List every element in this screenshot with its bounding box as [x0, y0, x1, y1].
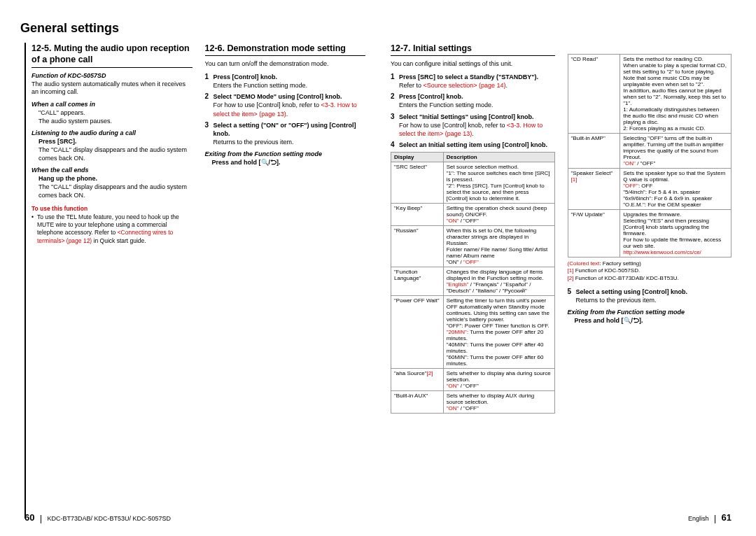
function-of-label: Function of KDC-5057SD [31, 72, 192, 79]
right-page: 12-7. Initial settings You can configure… [378, 43, 732, 519]
table-row: "Russian"When this is set to ON, the fol… [391, 226, 555, 267]
column-12-7-right: "CD Read"Sets the method for reading CD.… [568, 43, 732, 519]
section-12-5-title: 12-5. Muting the audio upon reception of… [31, 43, 192, 68]
table-row: "Built-in AMP"Selecting "OFF" turns off … [568, 134, 732, 169]
section-12-6-title: 12-6. Demonstration mode setting [205, 43, 366, 56]
table-row: "Speaker Select"[1]Sets the speaker type… [568, 169, 732, 210]
step-5: 5 Select a setting using [Control] knob.… [568, 288, 732, 304]
search-icon: 🔍 [261, 159, 269, 166]
table-row: "Power OFF Wait"Setting the timer to tur… [391, 296, 555, 369]
step-1: 1 Press [SRC] to select a Standby ("STAN… [391, 73, 555, 90]
when-end-body: Hang up the phone. The "CALL" display di… [31, 175, 192, 199]
exit-heading-126: Exiting from the Function setting mode [205, 150, 366, 157]
step-3: 3 Select "Initial Settings" using [Contr… [391, 113, 555, 138]
intro-12-7: You can configure initial settings of th… [391, 60, 555, 69]
note-bullet: To use the TEL Mute feature, you need to… [31, 213, 192, 244]
when-call-comes-in-heading: When a call comes in [31, 101, 192, 108]
listening-body: Press [SRC]. The "CALL" display disappea… [31, 138, 192, 162]
initial-settings-table-2: "CD Read"Sets the method for reading CD.… [568, 54, 732, 258]
exit-heading-127: Exiting from the Function setting mode [568, 309, 732, 316]
column-12-6: 12-6. Demonstration mode setting You can… [205, 43, 366, 519]
section-12-7-title: 12-7. Initial settings [391, 43, 555, 56]
step-2: 2 Select "DEMO Mode" using [Control] kno… [205, 92, 366, 118]
table-row: "SRC Select"Set source selection method.… [391, 162, 555, 204]
initial-settings-table-1: Display Description "SRC Select"Set sour… [391, 152, 555, 414]
table-row: "CD Read"Sets the method for reading CD.… [568, 55, 732, 134]
exit-body-126: Press and hold [🔍/⮌]. [205, 159, 366, 167]
column-12-7-left: 12-7. Initial settings You can configure… [391, 43, 555, 519]
when-call-ends-heading: When the call ends [31, 167, 192, 174]
right-footer: English 61 [688, 512, 732, 523]
return-icon: ⮌ [633, 317, 639, 324]
left-footer: 60 KDC-BT73DAB/ KDC-BT53U/ KDC-5057SD [24, 512, 171, 523]
footnotes: (Colored text: Factory setting) [1] [1] … [568, 260, 732, 282]
call-appears-text: "CALL" appears. The audio system pauses. [31, 109, 192, 125]
left-page: 12-5. Muting the audio upon reception of… [24, 43, 378, 519]
table-row: "aha Source"[2]Sets whether to display a… [391, 369, 555, 391]
step-4: 4 Select an Initial setting item using [… [391, 141, 555, 149]
return-icon: ⮌ [270, 159, 276, 166]
search-icon: 🔍 [624, 317, 631, 324]
step-1: 1 Press [Control] knob. Enters the Funct… [205, 73, 366, 90]
exit-body-127: Press and hold [🔍/⮌]. [568, 317, 732, 325]
listening-during-call-heading: Listening to the audio during a call [31, 129, 192, 136]
page-spread: 12-5. Muting the audio upon reception of… [24, 43, 732, 519]
to-use-function-header: To use this function [31, 205, 192, 212]
table-header-display: Display [391, 153, 444, 162]
intro-12-6: You can turn on/off the demonstration mo… [205, 60, 366, 69]
step-2: 2 Press [Control] knob. Enters the Funct… [391, 92, 555, 109]
page-title: General settings [20, 21, 732, 36]
table-header-desc: Description [443, 153, 554, 162]
column-12-5: 12-5. Muting the audio upon reception of… [31, 43, 192, 519]
table-row: "F/W Update"Upgrades the firmware.Select… [568, 210, 732, 258]
table-row: "Key Beep"Setting the operation check so… [391, 204, 555, 226]
table-row: "Built-in AUX"Sets whether to display AU… [391, 391, 555, 414]
page-footer: 60 KDC-BT73DAB/ KDC-BT53U/ KDC-5057SD En… [24, 512, 732, 523]
intro-12-5: The audio system automatically mutes whe… [31, 80, 192, 97]
table-row: "Function Language"Changes the display l… [391, 267, 555, 296]
step-3: 3 Select a setting ("ON" or "OFF") using… [205, 121, 366, 146]
